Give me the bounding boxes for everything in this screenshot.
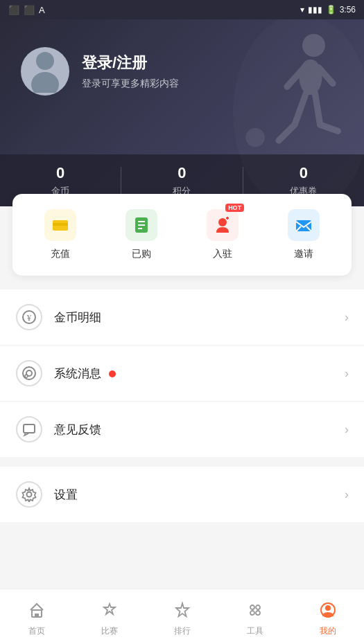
settings-chevron-icon: › (345, 488, 349, 502)
mine-nav-label: 我的 (320, 625, 336, 637)
nav-item-match[interactable]: 比赛 (73, 596, 146, 637)
purchased-label: 已购 (132, 248, 151, 260)
avatar[interactable] (21, 47, 69, 96)
svg-point-26 (23, 367, 35, 379)
settle-svg (214, 216, 232, 234)
status-icon-1: ⬛ (8, 5, 19, 15)
signal-icon: ▮▮▮ (308, 5, 322, 15)
settings-menu-label: 设置 (54, 487, 345, 503)
profile-name: 登录/注册 (82, 53, 179, 73)
tools-nav-label: 工具 (247, 625, 263, 637)
status-icon-3: A (39, 5, 45, 15)
profile-section[interactable]: 登录/注册 登录可享更多精彩内容 (21, 47, 179, 96)
settings-svg (21, 487, 37, 502)
message-chevron-icon: › (345, 366, 349, 381)
gold-icon-wrap: ¥ (15, 303, 43, 331)
menu-item-message[interactable]: 系统消息 › (0, 346, 364, 402)
quick-actions-card: 充值 已购 HOT 入驻 (12, 194, 352, 276)
feedback-icon-wrap (15, 415, 43, 443)
status-left-icons: ⬛ ⬛ A (8, 5, 45, 15)
action-purchased[interactable]: 已购 (125, 209, 157, 260)
bottom-nav: 首页 比赛 排行 工具 (0, 589, 364, 644)
tools-svg (247, 602, 263, 618)
svg-point-28 (25, 375, 28, 377)
svg-point-0 (302, 34, 325, 57)
nav-item-tools[interactable]: 工具 (218, 596, 291, 637)
status-icon-2: ⬛ (24, 5, 35, 15)
battery-icon: 🔋 (326, 5, 336, 15)
stat-gold[interactable]: 0 金币 (0, 164, 121, 197)
settle-icon: HOT (207, 209, 239, 241)
menu-item-feedback[interactable]: 意见反馈 › (0, 402, 364, 457)
svg-point-34 (250, 605, 254, 609)
wifi-icon: ▾ (300, 5, 304, 15)
menu-section: ¥ 金币明细 › 系统消息 › (0, 289, 364, 457)
settings-icon-wrap (15, 481, 43, 508)
action-invite[interactable]: 邀请 (288, 209, 320, 260)
gold-icon: ¥ (16, 304, 42, 330)
svg-line-3 (319, 68, 333, 84)
header-background: 登录/注册 登录可享更多精彩内容 0 金币 0 积分 0 优惠券 (0, 19, 364, 206)
hot-badge: HOT (225, 204, 244, 212)
player-silhouette (239, 26, 350, 179)
purchased-svg (132, 216, 150, 234)
stat-divider-2 (243, 167, 243, 195)
mine-icon (320, 602, 336, 623)
svg-line-5 (279, 125, 295, 141)
stat-points-value: 0 (177, 164, 186, 182)
svg-point-18 (218, 218, 227, 226)
svg-point-36 (250, 611, 254, 615)
feedback-icon (16, 416, 42, 442)
match-svg (101, 602, 118, 618)
profile-text: 登录/注册 登录可享更多精彩内容 (82, 53, 179, 90)
settle-label: 入驻 (213, 248, 232, 260)
svg-point-35 (256, 605, 260, 609)
stat-gold-value: 0 (56, 164, 64, 182)
feedback-svg (21, 422, 37, 437)
nav-item-mine[interactable]: 我的 (291, 596, 364, 637)
svg-rect-12 (53, 223, 68, 226)
notification-dot (109, 370, 116, 377)
nav-item-rank[interactable]: 排行 (146, 596, 218, 637)
purchased-icon (125, 209, 157, 241)
action-recharge[interactable]: 充值 (44, 209, 76, 260)
gold-svg: ¥ (21, 310, 37, 325)
home-svg (28, 602, 45, 618)
recharge-svg (51, 216, 69, 234)
message-menu-label: 系统消息 (54, 366, 345, 382)
stat-points[interactable]: 0 积分 (121, 164, 242, 197)
action-settle[interactable]: HOT 入驻 (207, 209, 239, 260)
recharge-label: 充值 (51, 248, 70, 260)
svg-point-1 (299, 60, 322, 95)
settings-icon (16, 481, 42, 508)
time-display: 3:56 (340, 5, 356, 15)
rank-icon (174, 602, 191, 623)
invite-svg (295, 216, 313, 234)
status-bar: ⬛ ⬛ A ▾ ▮▮▮ 🔋 3:56 (0, 0, 364, 19)
menu-item-gold[interactable]: ¥ 金币明细 › (0, 289, 364, 346)
svg-marker-33 (176, 603, 189, 616)
home-nav-label: 首页 (28, 625, 45, 637)
svg-line-4 (295, 93, 306, 125)
invite-icon (288, 209, 320, 241)
svg-rect-32 (35, 614, 39, 617)
menu-item-settings[interactable]: 设置 › (0, 467, 364, 522)
gold-menu-label: 金币明细 (54, 310, 345, 325)
feedback-chevron-icon: › (345, 422, 349, 437)
mine-svg (320, 602, 336, 618)
svg-text:¥: ¥ (27, 312, 32, 323)
nav-item-home[interactable]: 首页 (0, 596, 73, 637)
rank-svg (174, 602, 191, 618)
match-icon (101, 602, 118, 623)
svg-point-37 (256, 611, 260, 615)
stat-coupon[interactable]: 0 优惠券 (243, 164, 364, 197)
svg-point-10 (31, 72, 59, 93)
svg-line-7 (320, 125, 338, 131)
message-label-text: 系统消息 (54, 367, 101, 380)
settings-section: 设置 › (0, 467, 364, 522)
stat-coupon-value: 0 (300, 164, 308, 182)
svg-line-2 (287, 68, 304, 87)
message-icon-wrap (15, 359, 43, 387)
svg-point-8 (245, 128, 265, 147)
gold-chevron-icon: › (345, 310, 349, 325)
